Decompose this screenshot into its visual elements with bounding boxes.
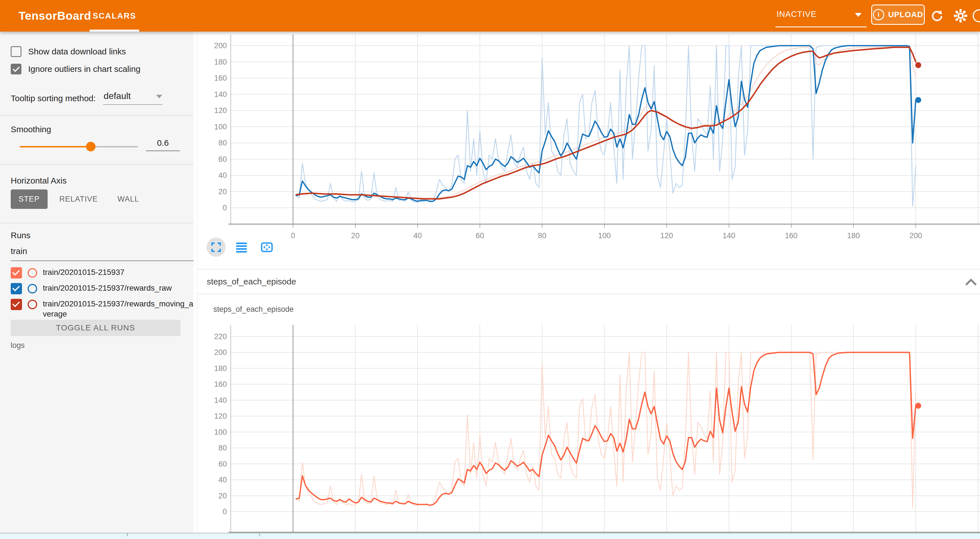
- svg-text:60: 60: [218, 460, 227, 468]
- svg-text:180: 180: [214, 364, 227, 373]
- run-color-circle-icon: [28, 300, 37, 309]
- svg-text:100: 100: [214, 428, 227, 436]
- svg-text:100: 100: [214, 123, 227, 131]
- tab-scalars-label: SCALARS: [93, 11, 136, 21]
- rewards-chart[interactable]: 0204060801001201401601802000204060801001…: [197, 32, 980, 268]
- axis-step-button[interactable]: STEP: [11, 190, 48, 209]
- svg-text:180: 180: [847, 231, 860, 240]
- run-row[interactable]: train/20201015-215937/rewards_moving_ave…: [11, 299, 196, 319]
- svg-text:220: 220: [214, 332, 227, 341]
- smoothing-value-input[interactable]: 0.6: [146, 138, 180, 151]
- svg-text:120: 120: [214, 412, 227, 420]
- checkbox-label: Show data download links: [28, 47, 126, 56]
- svg-text:180: 180: [214, 58, 227, 66]
- tooltip-sorting-row: Tooltip sorting method: default: [11, 90, 162, 105]
- svg-text:160: 160: [214, 74, 227, 82]
- checkbox-icon: [11, 46, 21, 57]
- run-checkbox-icon[interactable]: [11, 283, 22, 294]
- svg-text:200: 200: [214, 41, 227, 50]
- smoothing-label: Smoothing: [11, 124, 51, 134]
- svg-text:0: 0: [291, 231, 295, 240]
- tab-scalars[interactable]: SCALARS: [90, 0, 139, 32]
- svg-text:200: 200: [909, 231, 922, 240]
- data-table-icon[interactable]: [232, 238, 251, 257]
- divider: [0, 164, 197, 165]
- run-label: train/20201015-215937/rewards_raw: [43, 283, 172, 293]
- svg-text:100: 100: [598, 231, 611, 240]
- toggle-all-runs-button[interactable]: TOGGLE ALL RUNS: [11, 320, 180, 336]
- svg-text:80: 80: [218, 444, 227, 452]
- svg-text:60: 60: [476, 231, 484, 240]
- svg-text:40: 40: [414, 231, 422, 240]
- upload-button[interactable]: i UPLOAD: [871, 5, 925, 25]
- run-checkbox-icon[interactable]: [11, 267, 22, 279]
- svg-text:140: 140: [722, 231, 735, 240]
- svg-text:160: 160: [214, 380, 227, 389]
- expand-chart-icon[interactable]: [207, 238, 226, 257]
- sidebar-scrollbar[interactable]: [194, 32, 197, 533]
- app-header: TensorBoard SCALARS INACTIVE i UPLOAD: [0, 0, 980, 32]
- svg-text:160: 160: [785, 231, 797, 240]
- settings-sidebar: Show data download links Ignore outliers…: [0, 32, 197, 533]
- checkbox-icon: [11, 64, 21, 75]
- svg-text:40: 40: [218, 475, 227, 484]
- tooltip-sorting-label: Tooltip sorting method:: [11, 94, 96, 105]
- refresh-icon[interactable]: [930, 9, 944, 23]
- divider: [0, 115, 197, 116]
- status-underline: [775, 27, 867, 27]
- upload-label: UPLOAD: [888, 10, 923, 19]
- svg-text:0: 0: [223, 507, 227, 516]
- svg-text:120: 120: [660, 231, 673, 240]
- checkbox-label: Ignore outliers in chart scaling: [28, 64, 141, 74]
- svg-text:140: 140: [214, 396, 227, 405]
- smoothing-slider-fill: [20, 146, 91, 147]
- svg-text:60: 60: [218, 155, 227, 164]
- scrollbar-tick: [259, 533, 260, 536]
- svg-text:20: 20: [351, 231, 360, 240]
- run-row[interactable]: train/20201015-215937/rewards_raw: [11, 283, 172, 294]
- horizontal-scrollbar[interactable]: [0, 533, 980, 539]
- tooltip-sorting-select[interactable]: default: [103, 90, 162, 105]
- run-checkbox-icon[interactable]: [11, 299, 22, 310]
- svg-text:200: 200: [214, 348, 227, 357]
- run-label: train/20201015-215937: [43, 267, 124, 277]
- svg-text:80: 80: [538, 231, 546, 240]
- run-color-circle-icon: [28, 284, 37, 293]
- run-filter-input[interactable]: [11, 246, 194, 261]
- smoothing-slider-thumb[interactable]: [86, 142, 95, 151]
- horizontal-axis-buttons: STEP RELATIVE WALL: [11, 190, 147, 209]
- help-icon[interactable]: [973, 9, 980, 22]
- divider: [0, 223, 197, 223]
- run-label: train/20201015-215937/rewards_moving_ave…: [43, 299, 196, 319]
- settings-gear-icon[interactable]: [953, 9, 967, 23]
- runs-label: Runs: [11, 231, 30, 240]
- run-color-circle-icon: [28, 268, 37, 277]
- show-download-links-checkbox[interactable]: Show data download links: [11, 46, 126, 57]
- info-icon: i: [873, 9, 884, 20]
- svg-text:140: 140: [214, 90, 227, 99]
- app-title: TensorBoard: [19, 0, 91, 32]
- chart-card-title: steps_of_each_episode: [213, 305, 294, 314]
- fit-domain-icon[interactable]: [257, 238, 277, 257]
- chart-toolbar: [207, 238, 277, 257]
- caret-down-icon: [156, 95, 162, 98]
- svg-text:20: 20: [218, 492, 227, 500]
- svg-text:20: 20: [218, 187, 227, 196]
- svg-text:0: 0: [223, 204, 227, 212]
- scalar-section-header[interactable]: steps_of_each_episode: [197, 269, 980, 294]
- tooltip-sorting-value: default: [104, 91, 131, 101]
- chevron-up-icon[interactable]: [965, 276, 977, 287]
- steps-of-each-episode-chart[interactable]: 020406080100120140160180200220: [197, 319, 980, 533]
- axis-wall-button[interactable]: WALL: [110, 190, 147, 209]
- horizontal-axis-label: Horizontal Axis: [11, 176, 67, 185]
- status-dropdown[interactable]: INACTIVE: [775, 0, 867, 32]
- svg-text:80: 80: [218, 139, 227, 147]
- caret-down-icon: [855, 13, 862, 17]
- logs-directory-label: logs: [11, 341, 25, 350]
- axis-relative-button[interactable]: RELATIVE: [52, 190, 106, 209]
- svg-text:40: 40: [218, 171, 227, 180]
- tensorboard-app: TensorBoard SCALARS INACTIVE i UPLOAD: [0, 0, 980, 539]
- svg-text:120: 120: [214, 106, 227, 115]
- run-row[interactable]: train/20201015-215937: [11, 267, 124, 279]
- ignore-outliers-checkbox[interactable]: Ignore outliers in chart scaling: [11, 64, 141, 75]
